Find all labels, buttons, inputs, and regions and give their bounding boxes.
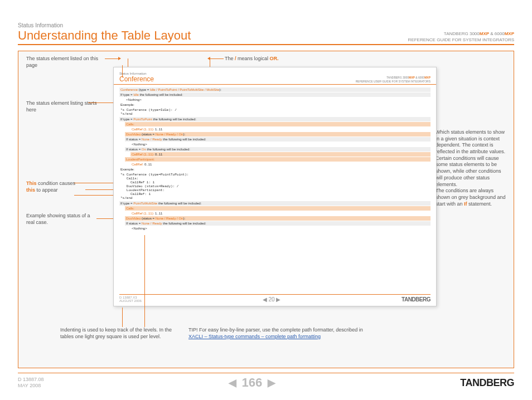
- product-ident: TANDBERG 3000MXP & 6000MXP REFERENCE GUI…: [408, 31, 514, 43]
- callout-or: The / means logical OR.: [225, 56, 279, 62]
- callout-status-element-listed: The status element listed on this page: [26, 56, 104, 69]
- inner-footer: D 13887.X3 AUGUST 2006 ◀ 20 ▶ TANDBERG: [119, 294, 431, 303]
- status-table: Conference (type = Idle / PointToPoint /…: [114, 85, 436, 233]
- page-pager[interactable]: ◀ 166 ▶: [229, 375, 276, 390]
- doc-id: D 13887.08 MAY 2008: [18, 377, 44, 389]
- content-frame: The status element listed on this page T…: [18, 51, 514, 368]
- nested-page: Status Information Conference TANDBERG 3…: [113, 67, 437, 306]
- page-title: Understanding the Table Layout: [18, 28, 191, 43]
- page-footer: D 13887.08 MAY 2008 ◀ 166 ▶ TANDBERG: [18, 373, 514, 390]
- callout-context: Which status elements to show in a given…: [436, 129, 508, 207]
- prev-page-icon[interactable]: ◀: [229, 377, 236, 389]
- callout-indenting: Indenting is used to keep track of the l…: [60, 327, 183, 340]
- brand-logo: TANDBERG: [460, 377, 514, 389]
- page-number: 166: [242, 375, 263, 390]
- xacli-link[interactable]: XACLI – Status-type commands – complete …: [188, 334, 321, 339]
- callout-example: Example showing status of a real case.: [26, 213, 99, 226]
- inner-title: Conference: [119, 75, 154, 83]
- inner-brand: TANDBERG: [402, 296, 431, 303]
- callout-tip: TIP! For easy line-by-line parser, use t…: [188, 327, 389, 340]
- inner-pager: ◀ 20 ▶: [263, 296, 281, 303]
- inner-product-ident: TANDBERG 3000MXP & 6000MXP REFERENCE USE…: [356, 76, 431, 83]
- breadcrumb: Status Information: [18, 22, 191, 28]
- page-header: Status Information Understanding the Tab…: [18, 22, 514, 45]
- next-page-icon[interactable]: ▶: [268, 377, 275, 389]
- callout-this-condition: This condition causes this to appear: [26, 181, 82, 193]
